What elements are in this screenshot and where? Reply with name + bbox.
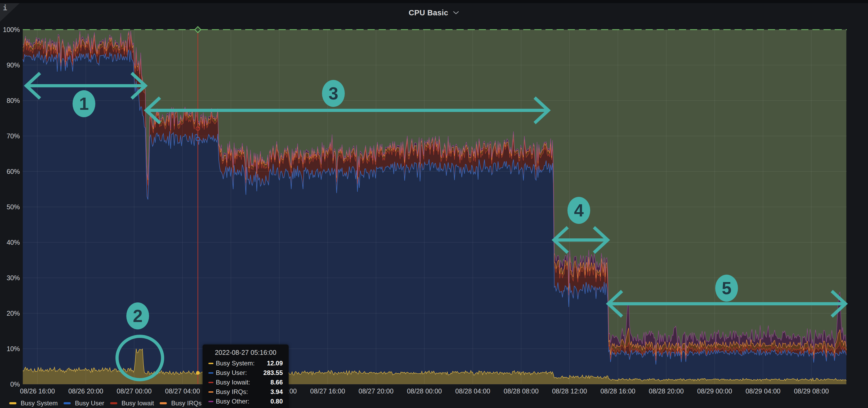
tooltip-row: Busy User:283.55	[208, 368, 283, 378]
x-axis-label: 08/26 16:00	[20, 387, 55, 395]
x-axis-label: 08/29 08:00	[794, 387, 829, 395]
svg-text:5: 5	[722, 278, 732, 298]
x-axis-label: 08/28 00:00	[407, 387, 442, 395]
legend-color-icon	[160, 402, 167, 404]
legend-label: Busy IRQs	[171, 400, 202, 407]
tooltip-series-label: Busy User:	[216, 369, 247, 376]
legend-label: Busy User	[75, 400, 104, 407]
svg-text:1: 1	[79, 94, 89, 113]
series-color-icon	[208, 372, 213, 374]
y-axis-label: 100%	[3, 26, 20, 33]
tooltip-series-value: 0.80	[270, 398, 283, 405]
legend-item-busy-system[interactable]: Busy System	[9, 400, 58, 407]
tooltip-row: Busy System:12.09	[208, 359, 283, 368]
tooltip-series-label: Busy System:	[216, 360, 255, 367]
x-axis-label: 08/28 08:00	[504, 387, 538, 395]
y-axis-label: 10%	[7, 345, 20, 352]
tooltip-row: Busy Iowait:8.66	[208, 378, 283, 387]
legend: Busy SystemBusy UserBusy IowaitBusy IRQs	[9, 400, 202, 407]
x-axis-label: 08/28 12:00	[552, 387, 587, 395]
y-axis-label: 90%	[7, 61, 20, 69]
x-axis-label: 08/27 16:00	[310, 387, 345, 395]
tooltip-series-value: 12.09	[267, 360, 283, 367]
y-axis-label: 80%	[7, 97, 20, 104]
legend-item-busy-irqs[interactable]: Busy IRQs	[160, 400, 202, 407]
legend-color-icon	[110, 402, 117, 404]
legend-item-busy-user[interactable]: Busy User	[64, 400, 104, 407]
series-color-icon	[208, 401, 213, 402]
legend-item-busy-iowait[interactable]: Busy Iowait	[110, 400, 154, 407]
y-axis-label: 40%	[7, 239, 20, 246]
y-axis-label: 0%	[10, 380, 20, 388]
x-axis-label: 08/28 16:00	[600, 387, 635, 395]
svg-text:4: 4	[574, 201, 584, 220]
grafana-panel: CPU Basic i 0%10%20%30%40%50%60%70%80%90…	[0, 0, 868, 408]
tooltip-row: Busy Other:0.80	[208, 397, 283, 406]
tooltip-series-value: 3.94	[270, 388, 283, 396]
x-axis-label: 08/27 20:00	[359, 387, 394, 395]
x-axis-label: 08/26 20:00	[68, 387, 103, 395]
x-axis-label: 08/27 00:00	[117, 387, 152, 395]
y-axis-label: 60%	[7, 168, 20, 175]
hover-marker-system	[196, 371, 200, 375]
legend-label: Busy Iowait	[122, 400, 154, 407]
series-color-icon	[208, 382, 213, 383]
tooltip-series-value: 8.66	[270, 379, 283, 386]
cpu-chart[interactable]: 0%10%20%30%40%50%60%70%80%90%100%08/26 1…	[0, 0, 868, 408]
tooltip-row: Busy IRQs:3.94	[208, 387, 283, 397]
y-axis-label: 50%	[7, 203, 20, 211]
y-axis-label: 20%	[7, 310, 20, 317]
tooltip-timestamp: 2022-08-27 05:16:00	[209, 349, 282, 356]
legend-color-icon	[64, 402, 71, 404]
x-axis-label: 08/28 04:00	[455, 387, 490, 395]
tooltip-series-value: 283.55	[264, 369, 283, 376]
series-color-icon	[208, 363, 213, 364]
legend-label: Busy System	[21, 400, 58, 407]
y-axis-label: 70%	[7, 132, 20, 140]
tooltip-series-label: Busy Iowait:	[216, 379, 250, 386]
tooltip: 2022-08-27 05:16:00 Busy System:12.09Bus…	[203, 344, 289, 408]
series-color-icon	[208, 391, 213, 393]
y-axis-label: 30%	[7, 274, 20, 281]
svg-text:3: 3	[329, 83, 338, 103]
x-axis-label: 08/29 00:00	[697, 387, 732, 395]
x-axis-label: 08/28 20:00	[649, 387, 684, 395]
legend-color-icon	[9, 402, 17, 404]
tooltip-series-label: Busy Other:	[216, 398, 249, 405]
x-axis-label: 08/27 04:00	[165, 387, 200, 395]
tooltip-series-label: Busy IRQs:	[216, 388, 248, 396]
svg-text:2: 2	[133, 306, 143, 326]
x-axis-label: 08/29 04:00	[745, 387, 780, 395]
